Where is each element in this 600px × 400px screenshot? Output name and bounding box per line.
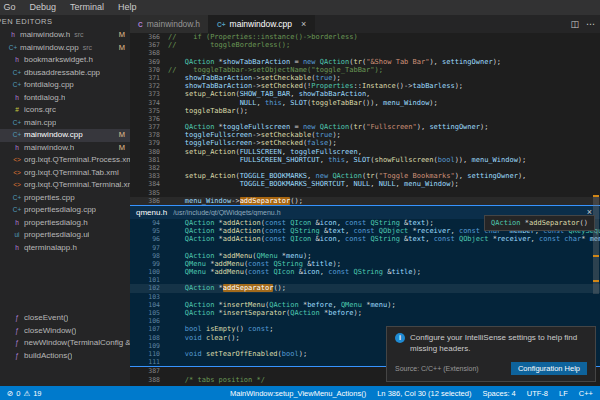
tab-mainwindow.h[interactable]: Cmainwindow.h — [130, 15, 209, 33]
file-propertiesdialog.cpp[interactable]: C+propertiesdialog.cpp — [0, 204, 130, 217]
code-line-377[interactable]: 377 QAction *toggleFullscreen = new QAct… — [130, 123, 600, 131]
code-line-370[interactable]: 370// toggleTabbar->setObjectName("toggl… — [130, 66, 600, 74]
file-mainwindow.cpp[interactable]: C+mainwindow.cppM — [0, 129, 130, 142]
code-line-104[interactable]: 104 QAction *insertMenu(QAction *before,… — [130, 301, 600, 309]
code-text: toggleFullscreen->setCheckable(true); — [168, 131, 600, 139]
open-editor-mainwindow.cpp[interactable]: C+mainwindow.cppsrcM — [0, 42, 130, 55]
line-number: 110 — [130, 350, 168, 358]
code-line-100[interactable]: 100 QMenu *addMenu(const QIcon &icon, co… — [130, 268, 600, 276]
open-editor-mainwindow.h[interactable]: hmainwindow.hsrcM — [0, 29, 130, 42]
code-text: showTabBarAction->setCheckable(true); — [168, 74, 600, 82]
code-line-369[interactable]: 369 QAction *showTabBarAction = new QAct… — [130, 58, 600, 66]
code-line-101[interactable]: 101 — [130, 276, 600, 284]
code-line-384[interactable]: 384 TOGGLE_BOOKMARKS_SHORTCUT, NULL, NUL… — [130, 180, 600, 188]
line-number: 385 — [130, 189, 168, 197]
menu-debug[interactable]: Debug — [22, 0, 63, 15]
cursor-position[interactable]: Ln 386, Col 30 (12 selected) — [377, 389, 471, 398]
item-label: closeWindow() — [24, 325, 76, 338]
more-actions-icon[interactable]: ⋯ — [586, 19, 595, 29]
file-propertiesdialog.h[interactable]: hpropertiesdialog.h — [0, 217, 130, 230]
menubar: FileEditSelectionViewGoDebugTerminalHelp — [0, 0, 600, 15]
configuration-help-button[interactable]: Configuration Help — [511, 362, 587, 375]
encoding-setting[interactable]: UTF-8 — [527, 389, 548, 398]
code-line-379[interactable]: 379 toggleFullscreen->setChecked(false); — [130, 139, 600, 147]
file-type-icon: C+ — [12, 117, 22, 130]
code-text: QMenu *addMenu(const QIcon &icon, const … — [168, 268, 600, 276]
symbol-buildActions()[interactable]: ƒbuildActions() — [0, 350, 130, 363]
code-text: QMenu *addMenu(const QString &title); — [168, 260, 600, 268]
code-line-376[interactable]: 376 — [130, 115, 600, 123]
code-line-98[interactable]: 98 QAction *addMenu(QMenu *menu); — [130, 252, 600, 260]
tab-mainwindow.cpp[interactable]: C+mainwindow.cpp× — [209, 15, 315, 33]
code-line-372[interactable]: 372 showTabBarAction->setChecked(!Proper… — [130, 82, 600, 90]
file-org.lxqt.QTerminal.Process.xml[interactable]: <>org.lxqt.QTerminal.Process.xml — [0, 154, 130, 167]
line-number: 106 — [130, 317, 168, 325]
eol-setting[interactable]: LF — [559, 389, 568, 398]
line-number: 368 — [130, 49, 168, 57]
code-text: QAction *addSeparator(); — [168, 284, 600, 292]
vscode-window: FileEditSelectionViewGoDebugTerminalHelp… — [0, 0, 600, 400]
file-propertiesdialog.ui[interactable]: uipropertiesdialog.ui — [0, 229, 130, 242]
code-line-97[interactable]: 97 — [130, 244, 600, 252]
symbol-closeWindow()[interactable]: ƒcloseWindow() — [0, 325, 130, 338]
file-bookmarkswidget.h[interactable]: hbookmarkswidget.h — [0, 54, 130, 67]
line-number: 99 — [130, 260, 168, 268]
split-editor-icon[interactable]: ◫ — [570, 19, 579, 29]
item-label: propertiesdialog.h — [24, 217, 88, 230]
code-line-383[interactable]: 383 setup_Action(TOGGLE_BOOKMARKS, new Q… — [130, 172, 600, 180]
item-label: fontdialog.h — [24, 92, 65, 105]
indentation-setting[interactable]: Spaces: 4 — [482, 389, 515, 398]
code-line-106[interactable]: 106 — [130, 317, 600, 325]
file-main.cpp[interactable]: C+main.cpp — [0, 117, 130, 130]
code-line-103[interactable]: 103 — [130, 293, 600, 301]
menu-terminal[interactable]: Terminal — [63, 0, 111, 15]
file-qterminalapp.h[interactable]: hqterminalapp.h — [0, 242, 130, 255]
file-mainwindow.h[interactable]: hmainwindow.hM — [0, 142, 130, 155]
file-fontdialog.cpp[interactable]: C+fontdialog.cpp — [0, 79, 130, 92]
line-number: 369 — [130, 58, 168, 66]
code-text: toggleTabBar(); — [168, 107, 600, 115]
code-line-96[interactable]: 96 QAction *addAction(const QIcon &icon,… — [130, 235, 600, 243]
file-type-icon: h — [12, 242, 22, 255]
menu-help[interactable]: Help — [111, 0, 144, 15]
file-icons.qrc[interactable]: #icons.qrc — [0, 104, 130, 117]
file-org.lxqt.QTerminal.Tab.xml[interactable]: <>org.lxqt.QTerminal.Tab.xml — [0, 167, 130, 180]
code-line-373[interactable]: 373 setup_Action(SHOW_TAB_BAR, showTabBa… — [130, 90, 600, 98]
code-line-99[interactable]: 99 QMenu *addMenu(const QString &title); — [130, 260, 600, 268]
code-line-385[interactable]: 385 — [130, 189, 600, 197]
menu-go[interactable]: Go — [0, 0, 22, 15]
current-symbol[interactable]: MainWindow:setup_ViewMenu_Actions() — [230, 389, 366, 398]
file-org.lxqt.QTerminal.Terminal.xml[interactable]: <>org.lxqt.QTerminal.Terminal.xml — [0, 179, 130, 192]
problems-indicator[interactable]: ⊘0 ⚠19 — [7, 389, 42, 398]
code-line-366[interactable]: 366// if (Properties::instance()->border… — [130, 33, 600, 41]
symbol-newWindow(TerminalConfig &, boo...[interactable]: ƒnewWindow(TerminalConfig &, boo... — [0, 337, 130, 350]
code-text — [168, 189, 600, 197]
line-number: 388 — [130, 376, 168, 384]
code-line-371[interactable]: 371 showTabBarAction->setCheckable(true)… — [130, 74, 600, 82]
line-number: 372 — [130, 82, 168, 90]
code-line-382[interactable]: 382 — [130, 164, 600, 172]
tab-close-icon[interactable]: × — [301, 19, 306, 29]
file-dbusaddressable.cpp[interactable]: C+dbusaddressable.cpp — [0, 67, 130, 80]
tooltip-declaration: QAction *addSeparator() — [491, 219, 588, 227]
file-properties.cpp[interactable]: C+properties.cpp — [0, 192, 130, 205]
open-editors-header[interactable]: OPEN EDITORS — [0, 15, 130, 29]
code-text: QAction *toggleFullscreen = new QAction(… — [168, 123, 600, 131]
code-line-381[interactable]: 381 FULLSCREEN_SHORTCUT, this, SLOT(show… — [130, 156, 600, 164]
file-type-icon: C — [138, 21, 143, 28]
symbol-closeEvent()[interactable]: ƒcloseEvent() — [0, 312, 130, 325]
code-line-368[interactable]: 368 — [130, 49, 600, 57]
language-mode[interactable]: C++ — [579, 389, 593, 398]
code-line-105[interactable]: 105 QAction *insertSeparator(QAction *be… — [130, 309, 600, 317]
code-line-374[interactable]: 374 NULL, this, SLOT(toggleTabBar()), me… — [130, 99, 600, 107]
code-line-386[interactable]: 386 menu_Window->addSeparator(); — [130, 197, 600, 205]
code-line-102[interactable]: 102 QAction *addSeparator(); — [130, 284, 600, 292]
line-number: 383 — [130, 172, 168, 180]
code-line-380[interactable]: 380 setup_Action(FULLSCREEN, toggleFulls… — [130, 148, 600, 156]
line-number: 108 — [130, 334, 168, 342]
line-number: 380 — [130, 148, 168, 156]
file-fontdialog.h[interactable]: hfontdialog.h — [0, 92, 130, 105]
code-line-378[interactable]: 378 toggleFullscreen->setCheckable(true)… — [130, 131, 600, 139]
code-line-367[interactable]: 367// toggleBorderless(); — [130, 41, 600, 49]
code-line-375[interactable]: 375 toggleTabBar(); — [130, 107, 600, 115]
